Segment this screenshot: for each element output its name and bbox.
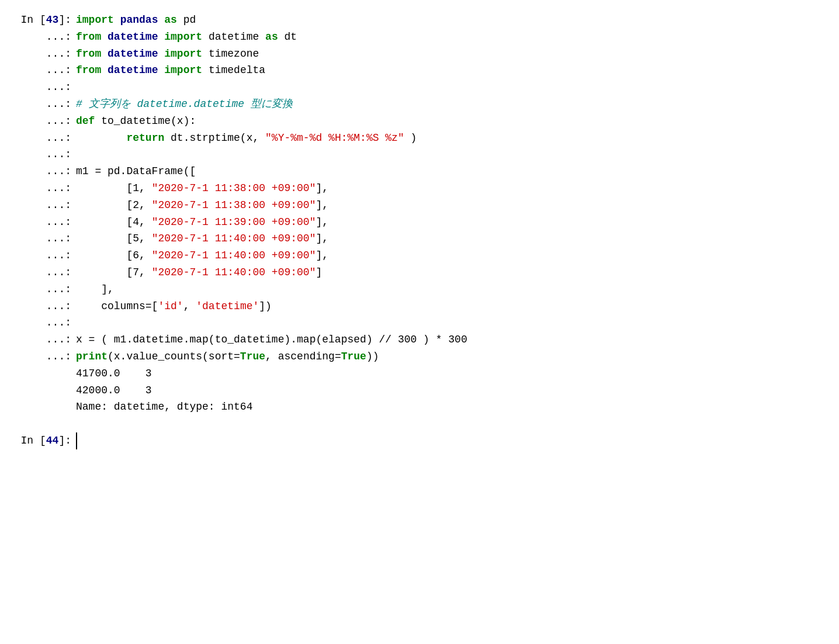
notebook-cell: In [43]: import pandas as pd ...: from d… xyxy=(0,6,839,644)
output-line-2: 42000.0 3 xyxy=(0,382,839,399)
blank-content xyxy=(76,416,833,432)
code-content-9 xyxy=(76,146,833,163)
prompt-cont-14: ...: xyxy=(6,230,76,247)
prompt-cont-7: ...: xyxy=(6,113,76,130)
code-line-17: ...: ], xyxy=(0,281,839,298)
code-line-10: ...: m1 = pd.DataFrame([ xyxy=(0,163,839,180)
prompt-cont-4: ...: xyxy=(6,62,76,79)
code-line-5: ...: xyxy=(0,79,839,96)
code-content-15: [6, "2020-7-1 11:40:00 +09:00"], xyxy=(76,247,833,264)
code-line-1: In [43]: import pandas as pd xyxy=(0,12,839,29)
code-content-19 xyxy=(76,314,833,331)
code-content-20: x = ( m1.datetime.map(to_datetime).map(e… xyxy=(76,331,833,348)
code-content-5 xyxy=(76,79,833,96)
code-content-8: return dt.strptime(x, "%Y-%m-%d %H:%M:%S… xyxy=(76,130,833,147)
code-line-20: ...: x = ( m1.datetime.map(to_datetime).… xyxy=(0,331,839,348)
code-line-7: ...: def to_datetime(x): xyxy=(0,113,839,130)
output-content-1: 41700.0 3 xyxy=(76,365,833,382)
prompt-cont-20: ...: xyxy=(6,331,76,348)
code-content-12: [2, "2020-7-1 11:38:00 +09:00"], xyxy=(76,197,833,214)
prompt-cont-18: ...: xyxy=(6,298,76,315)
code-line-4: ...: from datetime import timedelta xyxy=(0,62,839,79)
code-line-11: ...: [1, "2020-7-1 11:38:00 +09:00"], xyxy=(0,180,839,197)
code-line-12: ...: [2, "2020-7-1 11:38:00 +09:00"], xyxy=(0,197,839,214)
output-line-1: 41700.0 3 xyxy=(0,365,839,382)
prompt-cont-12: ...: xyxy=(6,197,76,214)
prompt-cont-15: ...: xyxy=(6,247,76,264)
code-line-14: ...: [5, "2020-7-1 11:40:00 +09:00"], xyxy=(0,230,839,247)
output-content-3: Name: datetime, dtype: int64 xyxy=(76,399,833,416)
prompt-cont-16: ...: xyxy=(6,264,76,281)
code-content-6: # 文字列を datetime.datetime 型に変換 xyxy=(76,96,833,113)
output-content-2: 42000.0 3 xyxy=(76,382,833,399)
code-line-9: ...: xyxy=(0,146,839,163)
code-line-19: ...: xyxy=(0,314,839,331)
code-line-13: ...: [4, "2020-7-1 11:39:00 +09:00"], xyxy=(0,214,839,231)
code-line-2: ...: from datetime import datetime as dt xyxy=(0,29,839,46)
blank-line xyxy=(0,416,839,432)
code-line-6: ...: # 文字列を datetime.datetime 型に変換 xyxy=(0,96,839,113)
prompt-cont-8: ...: xyxy=(6,130,76,147)
prompt-cont-2: ...: xyxy=(6,29,76,46)
code-line-16: ...: [7, "2020-7-1 11:40:00 +09:00"] xyxy=(0,264,839,281)
code-line-18: ...: columns=['id', 'datetime']) xyxy=(0,298,839,315)
code-content-13: [4, "2020-7-1 11:39:00 +09:00"], xyxy=(76,214,833,231)
code-content-3: from datetime import timezone xyxy=(76,46,833,63)
prompt-cont-11: ...: xyxy=(6,180,76,197)
output-line-3: Name: datetime, dtype: int64 xyxy=(0,399,839,416)
code-content-1: import pandas as pd xyxy=(76,12,833,29)
prompt-cont-19: ...: xyxy=(6,314,76,331)
code-content-11: [1, "2020-7-1 11:38:00 +09:00"], xyxy=(76,180,833,197)
prompt-cont-17: ...: xyxy=(6,281,76,298)
code-content-14: [5, "2020-7-1 11:40:00 +09:00"], xyxy=(76,230,833,247)
code-content-10: m1 = pd.DataFrame([ xyxy=(76,163,833,180)
prompt-cont-6: ...: xyxy=(6,96,76,113)
code-content-7: def to_datetime(x): xyxy=(76,113,833,130)
code-line-44: In [44]: xyxy=(0,432,839,449)
code-content-17: ], xyxy=(76,281,833,298)
prompt-cont-21: ...: xyxy=(6,348,76,365)
code-content-44[interactable] xyxy=(76,432,833,449)
prompt-cont-10: ...: xyxy=(6,163,76,180)
prompt-cont-5: ...: xyxy=(6,79,76,96)
code-content-18: columns=['id', 'datetime']) xyxy=(76,298,833,315)
prompt-cont-9: ...: xyxy=(6,146,76,163)
code-content-2: from datetime import datetime as dt xyxy=(76,29,833,46)
code-line-15: ...: [6, "2020-7-1 11:40:00 +09:00"], xyxy=(0,247,839,264)
prompt-cont-3: ...: xyxy=(6,46,76,63)
code-line-21: ...: print(x.value_counts(sort=True, asc… xyxy=(0,348,839,365)
code-content-21: print(x.value_counts(sort=True, ascendin… xyxy=(76,348,833,365)
code-line-3: ...: from datetime import timezone xyxy=(0,46,839,63)
code-content-16: [7, "2020-7-1 11:40:00 +09:00"] xyxy=(76,264,833,281)
code-line-8: ...: return dt.strptime(x, "%Y-%m-%d %H:… xyxy=(0,130,839,147)
prompt-in43: In [43]: xyxy=(6,12,76,29)
code-content-4: from datetime import timedelta xyxy=(76,62,833,79)
prompt-in44: In [44]: xyxy=(6,432,76,449)
prompt-cont-13: ...: xyxy=(6,214,76,231)
